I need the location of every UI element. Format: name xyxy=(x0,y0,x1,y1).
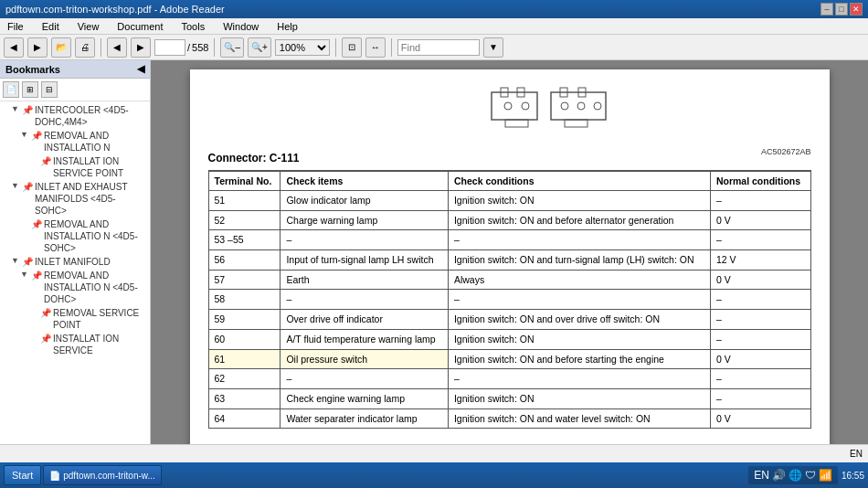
col-normal-conditions: Normal conditions xyxy=(710,171,810,191)
sidebar-item-removal1[interactable]: ▼ 📌 REMOVAL AND INSTALLATIO N xyxy=(2,129,148,154)
table-row: 62 – – – xyxy=(208,369,810,389)
table-row: 51 Glow indicator lamp Ignition switch: … xyxy=(208,191,810,211)
sidebar-item-install-svc[interactable]: 📌 INSTALLAT ION SERVICE POINT xyxy=(2,154,148,180)
sidebar-item-inlet-manifold[interactable]: ▼ 📌 INLET MANIFOLD xyxy=(2,255,148,269)
cell-check-condition: Ignition switch: ON and water level swit… xyxy=(448,408,710,429)
search-dropdown[interactable]: ▼ xyxy=(483,37,503,58)
separator-3 xyxy=(335,38,336,57)
sidebar-btn-expand[interactable]: ⊞ xyxy=(22,81,38,98)
menu-edit[interactable]: Edit xyxy=(38,20,63,33)
sidebar-item-inlet-exhaust[interactable]: ▼ 📌 INLET AND EXHAUST MANIFOLDS <4D5-SOH… xyxy=(2,180,148,217)
zoom-select[interactable]: 100% 75% 125% xyxy=(275,39,330,56)
sidebar-collapse-icon[interactable]: ◀ xyxy=(137,63,144,75)
cell-terminal: 56 xyxy=(208,250,281,271)
menu-file[interactable]: File xyxy=(4,20,27,33)
expand-icon: ▼ xyxy=(11,181,22,192)
page-document: AC502672AB Connector: C-111 Terminal No.… xyxy=(190,69,830,444)
cell-check-item: Charge warning lamp xyxy=(281,210,449,230)
sidebar-item-intercooler[interactable]: ▼ 📌 INTERCOOLER <4D5-DOHC,4M4> xyxy=(2,103,148,129)
cell-check-condition: – xyxy=(448,230,710,250)
menu-document[interactable]: Document xyxy=(113,20,166,33)
forward-button[interactable]: ▶ xyxy=(27,37,48,58)
sidebar-item-removal-svc[interactable]: 📌 REMOVAL SERVICE POINT xyxy=(2,306,148,332)
cell-terminal: 60 xyxy=(208,329,281,349)
cell-check-condition: Ignition switch: ON xyxy=(448,388,710,408)
expand-icon: ▼ xyxy=(11,104,22,115)
table-row: 57 Earth Always 0 V xyxy=(208,270,810,290)
menu-help[interactable]: Help xyxy=(273,20,302,33)
expand-icon: ▼ xyxy=(11,256,22,267)
cell-check-item: Over drive off indicator xyxy=(281,310,449,330)
taskbar-right: EN 🔊 🌐 🛡 📶 16:55 xyxy=(748,466,864,484)
sidebar-label-removal1: REMOVAL AND INSTALLATIO N xyxy=(44,130,146,154)
menu-view[interactable]: View xyxy=(74,20,103,33)
status-right: EN xyxy=(850,449,863,459)
col-terminal: Terminal No. xyxy=(208,171,281,191)
diagram-area xyxy=(208,83,811,147)
cell-check-condition: Ignition switch: ON and turn-signal lamp… xyxy=(448,250,710,271)
svg-point-10 xyxy=(594,102,601,110)
sidebar-label-inlet-manifold: INLET MANIFOLD xyxy=(35,256,146,268)
sidebar-btn-collapse[interactable]: ⊟ xyxy=(41,81,58,98)
cell-check-item: – xyxy=(281,290,449,310)
open-button[interactable]: 📂 xyxy=(51,37,71,58)
bookmark-icon: 📌 xyxy=(22,104,35,116)
cell-terminal: 53 –55 xyxy=(208,230,281,250)
system-tray: EN 🔊 🌐 🛡 📶 xyxy=(748,466,838,484)
cell-check-condition: Ignition switch: ON xyxy=(448,191,710,211)
cell-normal-condition: 0 V xyxy=(710,210,810,230)
svg-point-9 xyxy=(577,102,585,110)
taskbar-app-button[interactable]: 📄 pdftown.com-triton-w... xyxy=(43,465,162,485)
bookmark-icon: 📌 xyxy=(31,130,44,142)
fit-page-button[interactable]: ⊡ xyxy=(342,37,362,58)
menu-window[interactable]: Window xyxy=(219,20,262,33)
cell-check-condition: Always xyxy=(448,270,710,290)
zoom-in-button[interactable]: 🔍+ xyxy=(248,37,271,58)
fit-width-button[interactable]: ↔ xyxy=(365,37,386,58)
table-row: 53 –55 – – – xyxy=(208,230,810,250)
menu-tools[interactable]: Tools xyxy=(178,20,209,33)
bookmark-icon: 📌 xyxy=(22,181,35,193)
bookmark-icon: 📌 xyxy=(40,155,53,167)
network-icon: 🌐 xyxy=(789,469,802,482)
print-button[interactable]: 🖨 xyxy=(75,37,95,58)
sidebar-label-removal3: REMOVAL AND INSTALLATIO N <4D5-DOHC> xyxy=(44,270,146,305)
clock: 16:55 xyxy=(842,471,864,481)
cell-check-item: Earth xyxy=(281,270,449,290)
start-button[interactable]: Start xyxy=(4,465,41,485)
content-area[interactable]: AC502672AB Connector: C-111 Terminal No.… xyxy=(151,60,868,444)
close-button[interactable]: ✕ xyxy=(850,3,863,16)
ac-label: AC502672AB xyxy=(761,147,811,156)
minimize-button[interactable]: – xyxy=(820,3,833,16)
menu-bar: File Edit View Document Tools Window Hel… xyxy=(0,18,868,35)
sidebar-item-removal3[interactable]: ▼ 📌 REMOVAL AND INSTALLATIO N <4D5-DOHC> xyxy=(2,269,148,306)
bookmark-icon: 📌 xyxy=(40,333,53,345)
page-input[interactable]: 150 xyxy=(154,39,185,56)
title-text: pdftown.com-triton-workshop.pdf - Adobe … xyxy=(5,4,225,15)
cell-check-item: Water separater indicator lamp xyxy=(281,408,449,429)
zoom-out-button[interactable]: 🔍– xyxy=(220,37,244,58)
table-row: 56 Input of turn-signal lamp LH switch I… xyxy=(208,250,810,271)
cell-normal-condition: – xyxy=(710,191,810,211)
bookmark-icon: 📌 xyxy=(31,218,44,230)
back-button[interactable]: ◀ xyxy=(4,37,24,58)
sidebar-btn-page[interactable]: 📄 xyxy=(3,81,19,98)
cell-check-item: Glow indicator lamp xyxy=(281,191,449,211)
prev-page-button[interactable]: ◀ xyxy=(107,37,127,58)
cell-terminal: 52 xyxy=(208,210,281,230)
toolbar: ◀ ▶ 📂 🖨 ◀ ▶ 150 / 558 🔍– 🔍+ 100% 75% 125… xyxy=(0,35,868,60)
table-row: 60 A/T fluid temperature warning lamp Ig… xyxy=(208,329,810,349)
window-controls: – □ ✕ xyxy=(820,3,863,16)
cell-normal-condition: 0 V xyxy=(710,408,810,429)
sidebar-item-install-svc2[interactable]: 📌 INSTALLAT ION SERVICE xyxy=(2,332,148,357)
cell-normal-condition: – xyxy=(710,388,810,408)
cell-terminal: 51 xyxy=(208,191,281,211)
next-page-button[interactable]: ▶ xyxy=(131,37,151,58)
search-input[interactable] xyxy=(397,39,480,56)
sidebar-item-removal2[interactable]: 📌 REMOVAL AND INSTALLATIO N <4D5-SOHC> xyxy=(2,217,148,255)
maximize-button[interactable]: □ xyxy=(835,3,848,16)
connector-diagram xyxy=(373,83,647,147)
cell-check-item: Check engine warning lamp xyxy=(281,388,449,408)
total-pages: 558 xyxy=(192,42,208,53)
sidebar-label-inlet-exhaust: INLET AND EXHAUST MANIFOLDS <4D5-SOHC> xyxy=(35,181,146,217)
